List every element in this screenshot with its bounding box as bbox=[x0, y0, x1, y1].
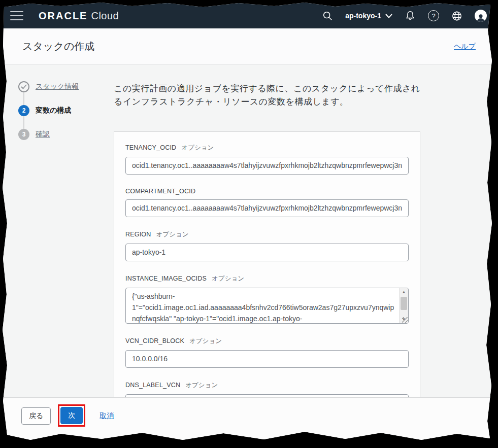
optional-tag: オプション bbox=[156, 230, 189, 239]
field-label: VCN_CIDR_BLOCK bbox=[125, 337, 184, 344]
chevron-down-icon bbox=[385, 14, 392, 18]
wizard-step-stack-information[interactable]: スタック情報 bbox=[18, 81, 114, 92]
page-title-bar: スタックの作成 ヘルプ bbox=[0, 28, 498, 65]
field-tenancy-ocid: TENANCY_OCID オプション bbox=[125, 144, 409, 175]
field-dns-label-vcn: DNS_LABEL_VCN オプション bbox=[125, 381, 409, 397]
scrollbar-thumb[interactable] bbox=[401, 297, 407, 310]
scroll-up-arrow-icon[interactable]: ▲ bbox=[400, 288, 408, 296]
vcn-cidr-block-input[interactable] bbox=[125, 350, 409, 368]
field-instance-image-ocids: INSTANCE_IMAGE_OCIDS オプション {"us-ashburn-… bbox=[125, 274, 409, 324]
resize-grip-icon[interactable] bbox=[402, 317, 408, 323]
oracle-cloud-console-page: ORACLE Cloud ap-tokyo-1 ? bbox=[0, 0, 498, 448]
step-label[interactable]: 確認 bbox=[36, 130, 50, 139]
nav-right-group: ap-tokyo-1 ? bbox=[322, 10, 487, 22]
field-region: REGION オプション bbox=[125, 230, 409, 261]
hamburger-menu-icon[interactable] bbox=[10, 11, 23, 20]
optional-tag: オプション bbox=[189, 337, 222, 346]
top-nav-bar: ORACLE Cloud ap-tokyo-1 ? bbox=[0, 0, 498, 28]
wizard-steps: スタック情報 2 変数の構成 3 確認 bbox=[18, 81, 114, 397]
step-label: 変数の構成 bbox=[36, 106, 71, 115]
brand-cloud: Cloud bbox=[91, 10, 119, 22]
region-input[interactable] bbox=[125, 244, 409, 261]
help-link[interactable]: ヘルプ bbox=[454, 42, 476, 51]
user-avatar-icon[interactable] bbox=[475, 10, 487, 22]
field-vcn-cidr-block: VCN_CIDR_BLOCK オプション bbox=[125, 337, 409, 368]
help-question-icon[interactable]: ? bbox=[428, 10, 439, 21]
field-label: REGION bbox=[125, 231, 151, 238]
tenancy-ocid-input[interactable] bbox=[125, 157, 409, 175]
optional-tag: オプション bbox=[212, 274, 244, 283]
form-column: この実行計画の適用ジョブを実行する際に、このスタックによって作成されるインフラス… bbox=[114, 81, 420, 397]
language-globe-icon[interactable] bbox=[451, 10, 462, 21]
step-completed-check-icon bbox=[18, 81, 29, 92]
cancel-link[interactable]: 取消 bbox=[99, 407, 114, 421]
region-label: ap-tokyo-1 bbox=[345, 12, 381, 20]
textarea-value: {"us-ashburn-1"="ocid1.image.oc1.iad.aaa… bbox=[126, 288, 400, 323]
wizard-step-review[interactable]: 3 確認 bbox=[18, 129, 114, 140]
step-label[interactable]: スタック情報 bbox=[36, 82, 79, 91]
field-label: COMPARTMENT_OCID bbox=[125, 188, 195, 195]
notifications-bell-icon[interactable] bbox=[405, 10, 416, 21]
page-title: スタックの作成 bbox=[22, 40, 94, 53]
field-label: TENANCY_OCID bbox=[125, 144, 176, 151]
step-number-badge: 3 bbox=[18, 129, 29, 140]
region-selector[interactable]: ap-tokyo-1 bbox=[345, 12, 392, 20]
oracle-cloud-logo: ORACLE Cloud bbox=[39, 10, 119, 22]
next-button[interactable]: 次 bbox=[60, 407, 83, 424]
field-compartment-ocid: COMPARTMENT_OCID bbox=[125, 188, 409, 217]
field-label: INSTANCE_IMAGE_OCIDS bbox=[125, 275, 207, 282]
brand-oracle: ORACLE bbox=[39, 10, 87, 22]
step-number-badge: 2 bbox=[18, 105, 29, 116]
optional-tag: オプション bbox=[185, 381, 218, 390]
red-highlight-annotation: 次 bbox=[58, 404, 85, 427]
step-description: この実行計画の適用ジョブを実行する際に、このスタックによって作成されるインフラス… bbox=[114, 82, 420, 109]
footer-action-bar: 戻る 次 取消 bbox=[0, 397, 498, 448]
search-icon[interactable] bbox=[322, 10, 333, 21]
instance-image-ocids-textarea[interactable]: {"us-ashburn-1"="ocid1.image.oc1.iad.aaa… bbox=[125, 288, 409, 324]
optional-tag: オプション bbox=[181, 144, 214, 152]
back-button[interactable]: 戻る bbox=[21, 407, 51, 425]
field-label: DNS_LABEL_VCN bbox=[125, 382, 180, 389]
compartment-ocid-input[interactable] bbox=[125, 199, 409, 217]
wizard-step-configure-variables: 2 変数の構成 bbox=[18, 105, 114, 116]
content-area: スタック情報 2 変数の構成 3 確認 この実行計画の適用ジョブを実行する際に、… bbox=[0, 65, 498, 397]
variables-panel: TENANCY_OCID オプション COMPARTMENT_OCID REGI… bbox=[114, 131, 420, 397]
